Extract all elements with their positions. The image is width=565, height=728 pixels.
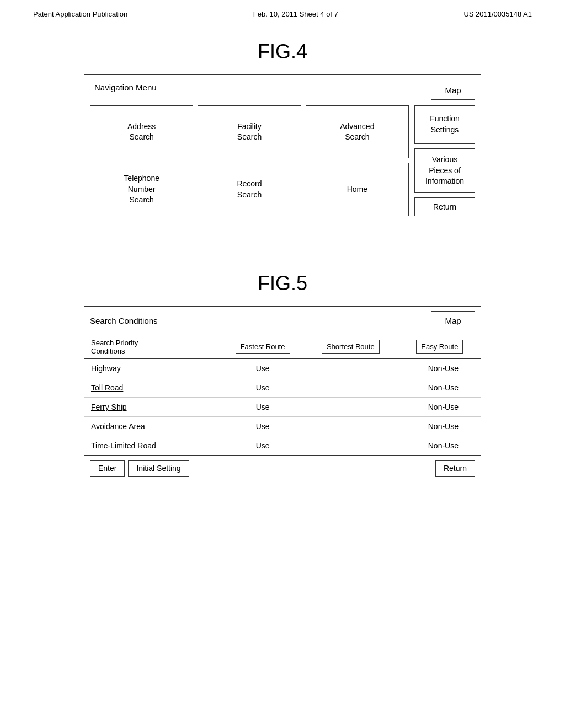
bottom-row: Enter Initial Setting Return [84, 455, 481, 481]
nav-grid-area: AddressSearch FacilitySearch AdvancedSea… [90, 105, 475, 216]
time-limited-road-use[interactable]: Use [223, 436, 302, 455]
map-box-fig4[interactable]: Map [431, 81, 475, 100]
various-info-label: VariousPieces ofInformation [425, 154, 464, 187]
search-conditions-label: Search Conditions [90, 316, 158, 325]
easy-route-header: Easy Route [399, 335, 481, 359]
highway-use[interactable]: Use [223, 358, 302, 378]
facility-search-label: FacilitySearch [237, 121, 262, 143]
fastest-route-box[interactable]: Fastest Route [236, 340, 290, 354]
time-limited-road-nonuse[interactable]: Non-Use [302, 436, 481, 455]
navigation-menu-diagram: Navigation Menu Map AddressSearch Facili… [84, 74, 481, 222]
avoidance-area-use[interactable]: Use [223, 416, 302, 436]
highway-label: Highway [84, 358, 223, 378]
advanced-search-label: AdvancedSearch [340, 121, 374, 143]
table-row: Toll Road Use Non-Use [84, 378, 481, 397]
advanced-search-cell[interactable]: AdvancedSearch [306, 105, 409, 158]
fastest-route-header: Fastest Route [223, 335, 302, 359]
fig5-title: FIG.5 [0, 272, 565, 295]
telephone-search-cell[interactable]: TelephoneNumberSearch [90, 163, 193, 216]
header-left: Patent Application Publication [33, 10, 127, 18]
table-header-row: Search PriorityConditions Fastest Route … [84, 335, 481, 359]
various-info-cell[interactable]: VariousPieces ofInformation [414, 148, 475, 193]
easy-route-box[interactable]: Easy Route [416, 340, 463, 354]
search-top-row: Search Conditions Map [84, 307, 481, 335]
record-search-label: RecordSearch [237, 179, 262, 200]
address-search-label: AddressSearch [127, 121, 156, 143]
home-label: Home [347, 184, 367, 195]
nav-right-col: FunctionSettings VariousPieces ofInforma… [414, 105, 475, 216]
search-conditions-diagram: Search Conditions Map Search PriorityCon… [84, 306, 481, 481]
map-box-fig5[interactable]: Map [431, 311, 475, 330]
page-header: Patent Application Publication Feb. 10, … [0, 0, 565, 24]
header-center: Feb. 10, 2011 Sheet 4 of 7 [253, 10, 338, 18]
ferry-ship-nonuse[interactable]: Non-Use [302, 397, 481, 416]
ferry-ship-label: Ferry Ship [84, 397, 223, 416]
time-limited-road-label: Time-Limited Road [84, 436, 223, 455]
header-right: US 2011/0035148 A1 [463, 10, 532, 18]
nav-left-grid: AddressSearch FacilitySearch AdvancedSea… [90, 105, 409, 216]
table-row: Ferry Ship Use Non-Use [84, 397, 481, 416]
avoidance-area-label: Avoidance Area [84, 416, 223, 436]
facility-search-cell[interactable]: FacilitySearch [198, 105, 301, 158]
ferry-ship-use[interactable]: Use [223, 397, 302, 416]
shortest-route-box[interactable]: Shortest Route [322, 340, 380, 354]
function-settings-label: FunctionSettings [430, 114, 460, 135]
fig5-diagram: Search Conditions Map Search PriorityCon… [84, 306, 481, 481]
highway-nonuse[interactable]: Non-Use [302, 358, 481, 378]
enter-button[interactable]: Enter [90, 460, 125, 477]
priority-conditions-label: Search PriorityConditions [84, 335, 223, 359]
nav-menu-label: Navigation Menu [90, 81, 161, 94]
initial-setting-button[interactable]: Initial Setting [128, 460, 189, 477]
home-cell[interactable]: Home [306, 163, 409, 216]
toll-road-use[interactable]: Use [223, 378, 302, 397]
address-search-cell[interactable]: AddressSearch [90, 105, 193, 158]
avoidance-area-nonuse[interactable]: Non-Use [302, 416, 481, 436]
telephone-search-label: TelephoneNumberSearch [124, 173, 159, 206]
record-search-cell[interactable]: RecordSearch [198, 163, 301, 216]
return-button-fig5[interactable]: Return [435, 460, 475, 477]
return-label-fig4: Return [433, 202, 456, 211]
return-cell-fig4[interactable]: Return [414, 197, 475, 216]
table-row: Highway Use Non-Use [84, 358, 481, 378]
toll-road-label: Toll Road [84, 378, 223, 397]
shortest-route-header: Shortest Route [302, 335, 399, 359]
fig4-title: FIG.4 [0, 40, 565, 63]
nav-top-row: Navigation Menu Map [90, 81, 475, 100]
function-settings-cell[interactable]: FunctionSettings [414, 105, 475, 144]
table-row: Avoidance Area Use Non-Use [84, 416, 481, 436]
table-row: Time-Limited Road Use Non-Use [84, 436, 481, 455]
toll-road-nonuse[interactable]: Non-Use [302, 378, 481, 397]
fig4-diagram: Navigation Menu Map AddressSearch Facili… [84, 74, 481, 222]
search-table: Search PriorityConditions Fastest Route … [84, 335, 481, 455]
